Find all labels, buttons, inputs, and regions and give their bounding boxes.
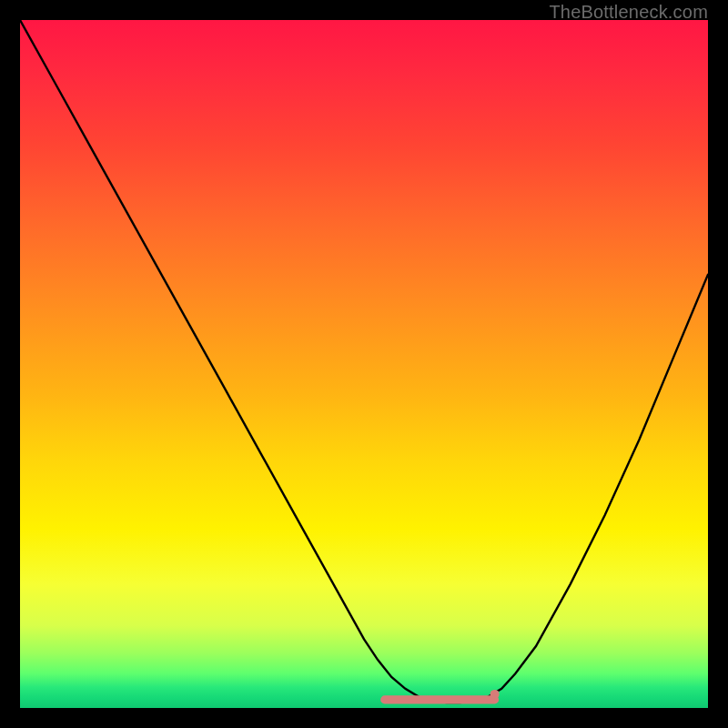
curve-layer xyxy=(20,20,708,708)
chart-stage: TheBottleneck.com xyxy=(0,0,728,728)
plot-area xyxy=(20,20,708,708)
optimal-band-end-dot xyxy=(490,690,500,699)
bottleneck-curve xyxy=(20,20,708,703)
